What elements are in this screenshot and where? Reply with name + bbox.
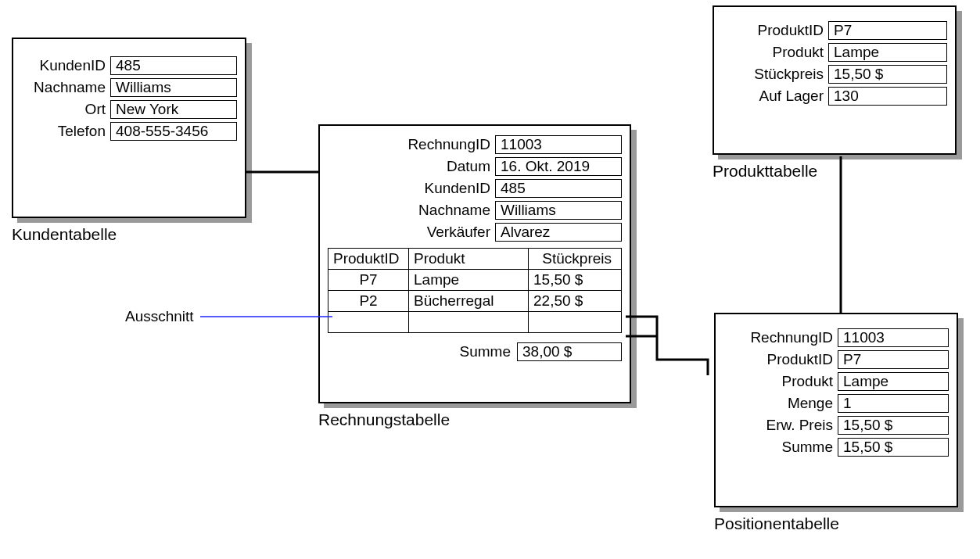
rechnung-summe-row: Summe 38,00 $ [328, 341, 622, 363]
position-rechnungid-value: 11003 [838, 328, 949, 347]
rechnung-row-nachname: Nachname Williams [328, 199, 622, 221]
position-produkt-value: Lampe [838, 372, 949, 391]
ausschnitt-hdr-produktid: ProduktID [328, 249, 409, 269]
kunden-row-nachname: Nachname Williams [21, 77, 237, 99]
rechnungstabelle-caption: Rechnungstabelle [318, 410, 450, 429]
ausschnitt-row [328, 312, 621, 332]
ausschnitt-r2-c3 [529, 312, 616, 332]
ausschnitt-label: Ausschnitt [125, 308, 194, 325]
kunden-ort-label: Ort [21, 101, 110, 118]
kunden-kundenid-value: 485 [110, 56, 237, 75]
kunden-row-ort: Ort New York [21, 99, 237, 120]
produkt-row-lager: Auf Lager 130 [722, 85, 947, 107]
rechnung-verkaeufer-value: Alvarez [495, 223, 622, 242]
position-menge-label: Menge [723, 395, 838, 412]
ausschnitt-header: ProduktID Produkt Stückpreis [328, 249, 621, 270]
rechnung-kundenid-label: KundenID [328, 180, 495, 197]
ausschnitt-row: P7 Lampe 15,50 $ [328, 270, 621, 291]
produkttabelle-panel: ProduktID P7 Produkt Lampe Stückpreis 15… [713, 5, 957, 155]
kundentabelle-panel: KundenID 485 Nachname Williams Ort New Y… [12, 38, 246, 218]
produkt-produktid-value: P7 [828, 21, 947, 40]
positionentabelle-panel: RechnungID 11003 ProduktID P7 Produkt La… [714, 313, 958, 507]
position-produktid-label: ProduktID [723, 351, 838, 368]
position-row-erw: Erw. Preis 15,50 $ [723, 414, 949, 436]
ausschnitt-r2-c2 [409, 312, 529, 332]
kunden-telefon-value: 408-555-3456 [110, 122, 237, 141]
rechnung-summe-value: 38,00 $ [517, 342, 622, 361]
rechnung-datum-label: Datum [328, 158, 495, 175]
rechnung-row-verkaeufer: Verkäufer Alvarez [328, 221, 622, 243]
produkt-lager-label: Auf Lager [722, 88, 828, 105]
rechnung-datum-value: 16. Okt. 2019 [495, 157, 622, 176]
rechnungstabelle-panel: RechnungID 11003 Datum 16. Okt. 2019 Kun… [318, 124, 631, 403]
rechnung-rechnungid-label: RechnungID [328, 136, 495, 153]
produkt-row-produkt: Produkt Lampe [722, 41, 947, 63]
diagram-canvas: KundenID 485 Nachname Williams Ort New Y… [0, 0, 980, 559]
produkt-row-produktid: ProduktID P7 [722, 20, 947, 41]
position-menge-value: 1 [838, 394, 949, 413]
ausschnitt-hdr-produkt: Produkt [409, 249, 529, 269]
position-produktid-value: P7 [838, 350, 949, 369]
rechnung-nachname-label: Nachname [328, 202, 495, 219]
position-summe-label: Summe [723, 439, 838, 456]
kunden-telefon-label: Telefon [21, 123, 110, 140]
produkt-stueck-value: 15,50 $ [828, 65, 947, 84]
produkt-produkt-label: Produkt [722, 44, 828, 61]
rechnung-row-rechnungid: RechnungID 11003 [328, 134, 622, 156]
position-row-produktid: ProduktID P7 [723, 349, 949, 371]
rechnung-row-datum: Datum 16. Okt. 2019 [328, 156, 622, 177]
produkt-produktid-label: ProduktID [722, 22, 828, 39]
ausschnitt-r1-c3: 22,50 $ [529, 291, 616, 311]
kunden-kundenid-label: KundenID [21, 57, 110, 74]
rechnung-row-kundenid: KundenID 485 [328, 177, 622, 199]
rechnung-nachname-value: Williams [495, 201, 622, 220]
position-rechnungid-label: RechnungID [723, 329, 838, 346]
position-row-produkt: Produkt Lampe [723, 371, 949, 392]
ausschnitt-r0-c3: 15,50 $ [529, 270, 616, 290]
position-erw-value: 15,50 $ [838, 416, 949, 435]
ausschnitt-r1-c1: P2 [328, 291, 409, 311]
ausschnitt-hdr-stueck: Stückpreis [529, 249, 616, 269]
position-row-menge: Menge 1 [723, 392, 949, 414]
position-summe-value: 15,50 $ [838, 438, 949, 457]
ausschnitt-row: P2 Bücherregal 22,50 $ [328, 291, 621, 312]
kundentabelle-caption: Kundentabelle [12, 225, 117, 244]
produkt-lager-value: 130 [828, 87, 947, 106]
position-row-rechnungid: RechnungID 11003 [723, 327, 949, 349]
produkttabelle-caption: Produkttabelle [713, 162, 817, 181]
ausschnitt-r0-c2: Lampe [409, 270, 529, 290]
produkt-produkt-value: Lampe [828, 43, 947, 62]
kunden-row-telefon: Telefon 408-555-3456 [21, 120, 237, 142]
ausschnitt-r0-c1: P7 [328, 270, 409, 290]
position-erw-label: Erw. Preis [723, 417, 838, 434]
rechnung-kundenid-value: 485 [495, 179, 622, 198]
kunden-nachname-value: Williams [110, 78, 237, 97]
kunden-ort-value: New York [110, 100, 237, 119]
kunden-nachname-label: Nachname [21, 79, 110, 96]
rechnung-summe-label: Summe [460, 343, 517, 360]
positionentabelle-caption: Positionentabelle [714, 514, 839, 533]
rechnung-verkaeufer-label: Verkäufer [328, 224, 495, 241]
produkt-row-stueck: Stückpreis 15,50 $ [722, 63, 947, 85]
rechnung-rechnungid-value: 11003 [495, 135, 622, 154]
produkt-stueck-label: Stückpreis [722, 66, 828, 83]
ausschnitt-r2-c1 [328, 312, 409, 332]
position-produkt-label: Produkt [723, 373, 838, 390]
ausschnitt-subtable: ProduktID Produkt Stückpreis P7 Lampe 15… [328, 248, 622, 333]
kunden-row-kundenid: KundenID 485 [21, 55, 237, 77]
position-row-summe: Summe 15,50 $ [723, 436, 949, 458]
ausschnitt-r1-c2: Bücherregal [409, 291, 529, 311]
